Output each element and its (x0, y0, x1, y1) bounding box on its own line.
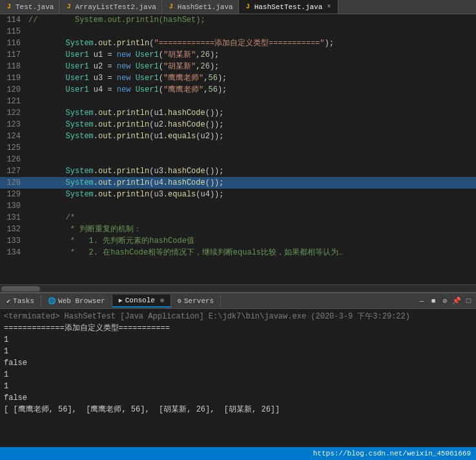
maximize-icon[interactable]: □ (463, 296, 473, 306)
tab-label-hashsettest: HashSetTest.java (254, 3, 323, 11)
status-url: https://blog.csdn.net/weixin_45061669 (313, 450, 471, 457)
tab-servers[interactable]: ⚙ Servers (171, 295, 221, 307)
line-content: System.out.println(u1.hashCode()); (26, 107, 476, 119)
line-number: 127 (0, 165, 26, 177)
table-row: 131 /* (0, 212, 476, 224)
tab-label-arraylist: ArrayListTest2.java (75, 3, 156, 11)
code-editor: 114 // System.out.println(hashSet); 115 … (0, 14, 476, 292)
table-row: 121 (0, 96, 476, 107)
tab-arraylisttest2-java[interactable]: J ArrayListTest2.java (59, 0, 161, 14)
line-number: 123 (0, 119, 26, 131)
list-item: 1 (4, 335, 472, 346)
tab-test-java[interactable]: J Test.java (0, 0, 59, 14)
table-row: 114 // System.out.println(hashSet); (0, 14, 476, 26)
line-content: System.out.println(u4.hashCode()); (26, 177, 476, 189)
list-item: 1 (4, 381, 472, 392)
line-number: 133 (0, 235, 26, 247)
scrollbar-thumb[interactable] (1, 286, 40, 291)
list-item: false (4, 393, 472, 404)
minimize-icon[interactable]: — (417, 296, 427, 306)
line-number: 120 (0, 84, 26, 96)
line-content (26, 26, 476, 37)
tab-console-label: Console (125, 297, 155, 304)
line-content (26, 96, 476, 107)
line-number: 125 (0, 142, 26, 154)
line-number: 116 (0, 37, 26, 49)
tasks-icon: ✔ (6, 297, 10, 305)
line-number: 134 (0, 247, 26, 258)
tab-hashset1-java[interactable]: J HashSet1.java (162, 0, 239, 14)
line-number: 128 (0, 177, 26, 189)
tab-label-hashset1: HashSet1.java (178, 3, 233, 11)
tab-console[interactable]: ▶ Console ⊗ (112, 295, 171, 308)
stop-icon[interactable]: ■ (428, 296, 439, 306)
list-item: 1 (4, 370, 472, 381)
list-item: [ [鹰鹰老师, 56], [鹰鹰老师, 56], [胡某新, 26], [胡某… (4, 404, 472, 415)
console-icon: ▶ (119, 297, 123, 304)
tab-tasks[interactable]: ✔ Tasks (0, 295, 41, 307)
top-tab-bar: J Test.java J ArrayListTest2.java J Hash… (0, 0, 476, 14)
tab-hashsettest-java[interactable]: J HashSetTest.java × (239, 0, 339, 14)
table-row: 120 User1 u4 = new User1("鹰鹰老师",56); (0, 84, 476, 96)
line-content: /* (26, 212, 476, 224)
java-icon-hashsettest: J (244, 3, 252, 11)
console-output-area: <terminated> HashSetTest [Java Applicati… (0, 309, 476, 447)
code-lines-container: 114 // System.out.println(hashSet); 115 … (0, 14, 476, 284)
table-row: 130 (0, 200, 476, 212)
line-number: 114 (0, 14, 26, 26)
table-row: 118 User1 u2 = new User1("胡某新",26); (0, 61, 476, 72)
horizontal-scrollbar[interactable] (0, 284, 476, 292)
line-number: 117 (0, 49, 26, 61)
table-row: 124 System.out.println(u1.equals(u2)); (0, 131, 476, 142)
table-row: 128 System.out.println(u4.hashCode()); (0, 177, 476, 189)
table-row: 116 System.out.println("============添加自定… (0, 37, 476, 49)
line-number: 122 (0, 107, 26, 119)
table-row: 126 (0, 154, 476, 165)
line-content (26, 200, 476, 212)
line-content: System.out.println(u3.hashCode()); (26, 165, 476, 177)
line-content: System.out.println(u3.equals(u4)); (26, 189, 476, 200)
clear-console-icon[interactable]: ⊘ (440, 296, 450, 306)
web-browser-icon: 🌐 (48, 297, 56, 305)
line-content: * 2. 在hashCode相等的情况下，继续判断equals比较，如果都相等认… (26, 247, 476, 258)
line-number: 132 (0, 224, 26, 235)
tab-label-test: Test.java (16, 3, 54, 11)
table-row: 115 (0, 26, 476, 37)
table-row: 127 System.out.println(u3.hashCode()); (0, 165, 476, 177)
table-row: 117 User1 u1 = new User1("胡某新",26); (0, 49, 476, 61)
table-row: 125 (0, 142, 476, 154)
line-content: User1 u1 = new User1("胡某新",26); (26, 49, 476, 61)
java-icon-test: J (5, 3, 13, 11)
line-number: 131 (0, 212, 26, 224)
line-content: User1 u3 = new User1("鹰鹰老师",56); (26, 72, 476, 84)
servers-icon: ⚙ (178, 297, 181, 305)
line-content: * 1. 先判断元素的hashCode值 (26, 235, 476, 247)
table-row: 119 User1 u3 = new User1("鹰鹰老师",56); (0, 72, 476, 84)
table-row: 133 * 1. 先判断元素的hashCode值 (0, 235, 476, 247)
table-row: 123 System.out.println(u2.hashCode()); (0, 119, 476, 131)
table-row: 122 System.out.println(u1.hashCode()); (0, 107, 476, 119)
line-content (26, 154, 476, 165)
tab-web-browser[interactable]: 🌐 Web Browser (41, 295, 112, 307)
pin-icon[interactable]: 📌 (451, 296, 462, 306)
line-content: User1 u2 = new User1("胡某新",26); (26, 61, 476, 72)
close-hashsettest-tab-icon[interactable]: × (325, 3, 333, 11)
line-content: * 判断重复的机制： (26, 224, 476, 235)
line-number: 115 (0, 26, 26, 37)
line-content: User1 u4 = new User1("鹰鹰老师",56); (26, 84, 476, 96)
line-content: System.out.println(u1.equals(u2)); (26, 131, 476, 142)
list-item: 1 (4, 346, 472, 357)
line-number: 130 (0, 200, 26, 212)
list-item: false (4, 358, 472, 369)
bottom-panel: ✔ Tasks 🌐 Web Browser ▶ Console ⊗ ⚙ Serv… (0, 292, 476, 447)
bottom-tab-bar: ✔ Tasks 🌐 Web Browser ▶ Console ⊗ ⚙ Serv… (0, 293, 476, 309)
line-number: 119 (0, 72, 26, 84)
table-row: 132 * 判断重复的机制： (0, 224, 476, 235)
java-icon-hashset1: J (167, 3, 175, 11)
list-item: <terminated> HashSetTest [Java Applicati… (4, 311, 472, 322)
java-icon-arraylist: J (65, 3, 72, 11)
line-number: 118 (0, 61, 26, 72)
line-number: 121 (0, 96, 26, 107)
bottom-tab-actions: — ■ ⊘ 📌 □ (417, 296, 476, 306)
line-number: 126 (0, 154, 26, 165)
